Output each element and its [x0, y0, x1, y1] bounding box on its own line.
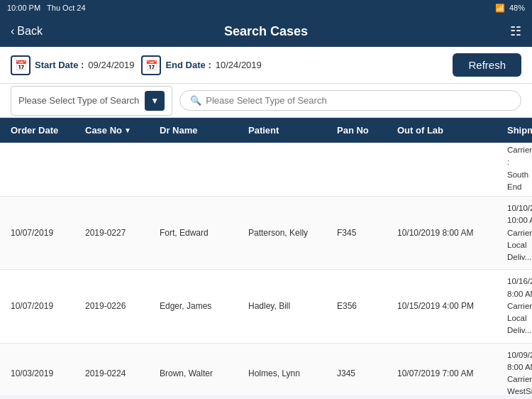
cell-patient: Patterson, Kelly [248, 228, 333, 238]
cell-dr-name: Brown, Walter [160, 368, 245, 378]
status-icons: 📶 48% [495, 4, 525, 13]
cell-pan-no: F345 [337, 228, 394, 238]
cell-case-no: 2019-0226 [85, 301, 156, 311]
table-row: 10/07/2019 2019-0227 Fort, Edward Patter… [0, 197, 532, 270]
end-date-calendar-icon[interactable]: 📅 [141, 55, 161, 75]
dropdown-arrow-icon[interactable]: ▼ [145, 91, 165, 111]
cell-order-date: 10/07/2019 [11, 228, 82, 238]
grid-icon[interactable]: ☷ [510, 23, 521, 39]
col-header-patient: Patient [248, 125, 333, 136]
cell-case-no: 2019-0224 [85, 368, 156, 378]
table-header: Order Date Case No ▼ Dr Name Patient Pan… [0, 118, 532, 143]
search-icon: 🔍 [190, 95, 201, 106]
toolbar: 📅 Start Date : 09/24/2019 📅 End Date : 1… [0, 47, 532, 84]
refresh-button[interactable]: Refresh [453, 53, 521, 77]
shipment-text: 10/16/2019 8:00 AMCarrier : Local Deliv.… [507, 275, 532, 337]
page-title: Search Cases [224, 24, 308, 39]
col-header-case-no: Case No ▼ [85, 125, 156, 136]
cell-order-date: 10/07/2019 [11, 301, 82, 311]
cell-shipment: 10/10/2019 10:00 AMCarrier : Local Deliv… [507, 202, 532, 263]
col-header-out-of-lab: Out of Lab [397, 125, 504, 136]
search-input[interactable] [206, 95, 511, 106]
start-date-group: 📅 Start Date : 09/24/2019 [11, 55, 134, 75]
col-header-shipment: Shipment [507, 125, 532, 136]
cell-pan-no: J345 [337, 368, 394, 378]
header: ‹ Back Search Cases ☷ [0, 16, 532, 47]
col-header-pan-no: Pan No [337, 125, 394, 136]
search-bar: Please Select Type of Search ▼ 🔍 [0, 84, 532, 118]
table-row-partial: Carrier : South End ⋮ [0, 143, 532, 197]
table-row: 10/07/2019 2019-0226 Edger, James Hadley… [0, 270, 532, 343]
cell-dr-name: Fort, Edward [160, 228, 245, 238]
sort-arrow-icon: ▼ [124, 126, 131, 134]
chevron-left-icon: ‹ [11, 25, 14, 38]
cell-dr-name: Edger, James [160, 301, 245, 311]
shipment-text: 10/10/2019 10:00 AMCarrier : Local Deliv… [507, 202, 532, 263]
cell-shipment: 10/16/2019 8:00 AMCarrier : Local Deliv.… [507, 275, 532, 337]
cell-patient: Holmes, Lynn [248, 368, 333, 378]
cell-case-no: 2019-0227 [85, 228, 156, 238]
wifi-icon: 📶 [495, 4, 505, 13]
cell-pan-no: E356 [337, 301, 394, 311]
cell-out-of-lab: 10/15/2019 4:00 PM [397, 301, 504, 311]
back-button[interactable]: ‹ Back [11, 25, 43, 38]
status-bar: 10:00 PM Thu Oct 24 📶 48% [0, 0, 532, 16]
col-header-order-date: Order Date [11, 125, 82, 136]
end-date-group: 📅 End Date : 10/24/2019 [141, 55, 261, 75]
partial-shipment-cell: Carrier : South End ⋮ [507, 144, 532, 193]
col-header-dr-name: Dr Name [160, 125, 245, 136]
cell-out-of-lab: 10/10/2019 8:00 AM [397, 228, 504, 238]
battery-label: 48% [509, 4, 525, 12]
cell-order-date: 10/03/2019 [11, 368, 82, 378]
cell-shipment: 10/09/2019 8:00 AMCarrier : WestSide ⋮ [507, 349, 532, 396]
table-row: 10/03/2019 2019-0224 Brown, Walter Holme… [0, 344, 532, 396]
start-date-calendar-icon[interactable]: 📅 [11, 55, 31, 75]
type-of-search-select[interactable]: Please Select Type of Search ▼ [11, 86, 172, 116]
search-input-wrap[interactable]: 🔍 [179, 90, 521, 111]
cell-patient: Hadley, Bill [248, 301, 333, 311]
status-time: 10:00 PM Thu Oct 24 [7, 4, 86, 12]
cell-out-of-lab: 10/07/2019 7:00 AM [397, 368, 504, 378]
table-body: Carrier : South End ⋮ 10/07/2019 2019-02… [0, 143, 532, 395]
shipment-text: 10/09/2019 8:00 AMCarrier : WestSide [507, 349, 532, 396]
